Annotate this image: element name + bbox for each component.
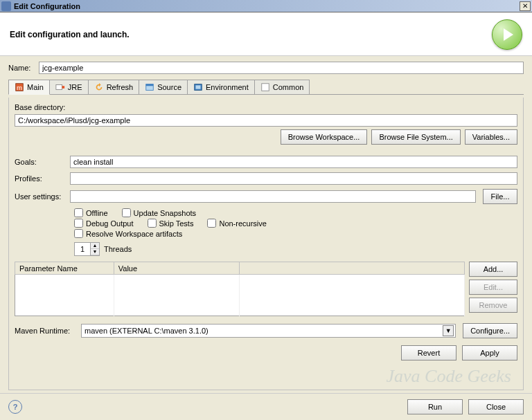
browse-workspace-button[interactable]: Browse Workspace... [281,129,368,145]
tab-refresh[interactable]: Refresh [88,80,140,94]
run-button[interactable]: Run [407,399,463,414]
spin-up-icon[interactable]: ▲ [91,243,99,249]
tab-source[interactable]: Source [139,80,188,94]
name-input[interactable] [39,62,524,74]
tab-label: Main [27,83,44,91]
profiles-row: Profiles: [15,172,517,185]
maven-runtime-select[interactable]: maven (EXTERNAL C:\maven 3.1.0) ▼ [81,324,456,338]
edit-button[interactable]: Edit... [469,280,517,295]
profiles-label: Profiles: [15,174,63,183]
tab-common[interactable]: Common [254,80,310,94]
resolve-workspace-check[interactable]: Resolve Workspace artifacts [74,229,182,238]
content: Name: m Main JRE Refresh Source Environm… [0,56,532,393]
close-icon[interactable]: ✕ [520,1,531,11]
maven-runtime-label: Maven Runtime: [15,327,74,335]
browse-filesystem-button[interactable]: Browse File System... [371,129,460,145]
window-title: Edit Configuration [14,2,520,10]
file-button[interactable]: File... [483,189,517,204]
tab-label: Environment [206,83,249,91]
parameters-table[interactable]: Parameter Name Value [15,262,465,316]
base-dir-buttons: Browse Workspace... Browse File System..… [15,129,517,145]
app-icon [1,1,11,11]
main-panel: Base directory: Browse Workspace... Brow… [8,98,524,390]
header: Edit configuration and launch. [0,12,532,56]
tabs: m Main JRE Refresh Source Environment Co… [8,80,524,95]
apply-buttons: Revert Apply [15,345,517,360]
variables-button[interactable]: Variables... [465,129,517,145]
help-icon[interactable]: ? [8,400,22,414]
svg-rect-8 [262,84,269,91]
name-label: Name: [8,64,35,72]
titlebar: Edit Configuration ✕ [0,0,532,12]
skip-tests-check[interactable]: Skip Tests [148,219,194,228]
svg-rect-2 [56,85,62,90]
tab-label: Common [273,83,304,91]
user-settings-input[interactable] [70,190,476,203]
tab-label: Refresh [107,83,134,91]
table-row[interactable] [15,295,465,306]
main-icon: m [15,82,24,92]
debug-output-check[interactable]: Debug Output [74,219,134,228]
environment-icon [193,82,203,92]
parameters-area: Parameter Name Value Add... Edit... Remo… [15,262,517,316]
tab-jre[interactable]: JRE [49,80,89,94]
non-recursive-check[interactable]: Non-recursive [207,219,266,228]
tab-label: JRE [68,83,82,91]
profiles-input[interactable] [70,172,517,185]
param-buttons: Add... Edit... Remove [469,262,517,316]
threads-input[interactable] [75,244,90,255]
refresh-icon [94,82,104,92]
table-row[interactable] [15,285,465,295]
tab-main[interactable]: m Main [8,80,50,95]
threads-label: Threads [104,245,132,253]
close-button[interactable]: Close [468,399,524,414]
dialog-footer: ? Run Close [0,393,532,420]
svg-rect-5 [146,84,154,86]
maven-runtime-value: maven (EXTERNAL C:\maven 3.1.0) [85,327,443,335]
param-name-header[interactable]: Parameter Name [15,262,114,275]
param-value-header[interactable]: Value [114,262,240,275]
goals-row: Goals: [15,156,517,168]
common-icon [260,82,270,92]
remove-button[interactable]: Remove [469,298,517,313]
user-settings-label: User settings: [15,192,63,201]
goals-label: Goals: [15,158,63,166]
base-dir-input[interactable] [15,114,517,127]
goals-input[interactable] [70,156,517,168]
user-settings-row: User settings: File... [15,189,517,204]
tab-environment[interactable]: Environment [187,80,255,94]
threads-row: ▲▼ Threads [74,242,517,256]
name-row: Name: [8,62,524,74]
svg-rect-7 [196,85,201,89]
base-dir-label: Base directory: [15,103,517,111]
table-row[interactable] [15,275,465,285]
spin-down-icon[interactable]: ▼ [91,249,99,255]
maven-runtime-row: Maven Runtime: maven (EXTERNAL C:\maven … [15,323,517,338]
svg-text:m: m [17,84,22,91]
offline-check[interactable]: Offline [74,208,108,217]
param-empty-header [240,262,465,275]
apply-button[interactable]: Apply [462,345,517,360]
dropdown-icon[interactable]: ▼ [443,325,454,336]
dialog-title: Edit configuration and launch. [10,30,492,39]
threads-spinner[interactable]: ▲▼ [74,242,100,256]
revert-button[interactable]: Revert [401,345,456,360]
checkboxes: Offline Update Snapshots Debug Output Sk… [74,208,517,238]
source-icon [145,82,154,92]
svg-rect-3 [62,86,64,89]
tab-label: Source [157,83,181,91]
add-button[interactable]: Add... [469,262,517,277]
table-row[interactable] [15,306,465,316]
update-snapshots-check[interactable]: Update Snapshots [122,208,197,217]
jre-icon [55,82,65,92]
configure-button[interactable]: Configure... [463,323,517,338]
run-icon [492,19,522,50]
